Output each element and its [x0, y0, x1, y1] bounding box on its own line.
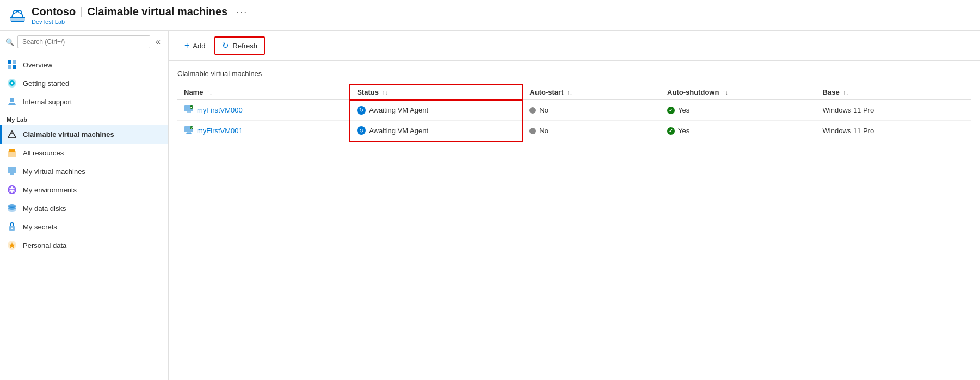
my-vms-icon: [7, 166, 17, 177]
vm-autoshutdown-1: Yes: [678, 127, 689, 135]
org-name: Contoso: [32, 5, 76, 18]
vm-status-cell-1: Awaiting VM Agent: [350, 121, 522, 141]
svg-rect-1: [8, 60, 11, 64]
sidebar-item-my-environments[interactable]: My environments: [0, 180, 168, 199]
sidebar-navigation: Overview Getting started Internal suppor…: [0, 53, 168, 380]
col-name[interactable]: Name ↑↓: [177, 85, 350, 100]
add-icon: +: [184, 41, 189, 51]
sidebar-collapse-button[interactable]: «: [153, 36, 163, 48]
refresh-button[interactable]: ↻ Refresh: [214, 36, 265, 55]
sidebar-search-area: 🔍 «: [0, 31, 168, 53]
vm-status-0: Awaiting VM Agent: [369, 106, 428, 114]
internal-support-icon: [7, 96, 17, 107]
svg-rect-12: [8, 167, 16, 173]
svg-rect-29: [186, 133, 192, 134]
name-sort-icon: ↑↓: [207, 90, 212, 96]
col-autoshutdown[interactable]: Auto-shutdown ↑↓: [661, 85, 816, 100]
search-input[interactable]: [17, 35, 150, 48]
vm-autoshutdown-cell-0: Yes: [661, 100, 816, 121]
sidebar-item-claimable-vms[interactable]: Claimable virtual machines: [0, 125, 168, 144]
all-resources-icon: [7, 147, 17, 158]
devtest-lab-icon: [9, 6, 26, 25]
vm-name-0: myFirstVM000: [197, 106, 243, 114]
vm-base-cell-0: Windows 11 Pro: [816, 100, 971, 121]
search-icon: 🔍: [5, 38, 14, 46]
my-environments-label: My environments: [23, 186, 77, 194]
svg-rect-4: [13, 65, 16, 69]
table-row: myFirstVM001 Awaiting VM Agent: [177, 121, 971, 141]
header-separator: |: [80, 5, 83, 18]
my-environments-icon: [7, 184, 17, 195]
vm-autostart-cell-1: No: [522, 121, 661, 141]
svg-point-8: [10, 98, 14, 102]
status-icon-0: [357, 106, 366, 115]
vm-icon-1: [184, 125, 194, 136]
toolbar: + Add ↻ Refresh: [169, 31, 980, 61]
all-resources-label: All resources: [23, 149, 64, 157]
personal-data-icon: [7, 240, 17, 251]
sidebar-item-my-secrets[interactable]: My secrets: [0, 217, 168, 236]
svg-rect-14: [9, 175, 15, 175]
app-header: Contoso | Claimable virtual machines ···…: [0, 0, 980, 31]
svg-point-7: [11, 82, 13, 84]
sidebar: 🔍 « Overview Getting started: [0, 31, 169, 380]
claimable-vms-icon: [7, 129, 17, 140]
my-data-disks-label: My data disks: [23, 204, 66, 213]
my-secrets-icon: [7, 221, 17, 232]
svg-rect-3: [8, 65, 11, 69]
my-vms-label: My virtual machines: [23, 167, 85, 176]
vm-status-1: Awaiting VM Agent: [369, 127, 428, 135]
vm-base-1: Windows 11 Pro: [823, 127, 874, 135]
header-subtitle: DevTest Lab: [32, 18, 248, 25]
status-sort-icon: ↑↓: [383, 90, 388, 96]
autostart-icon-1: [529, 128, 536, 134]
more-options-button[interactable]: ···: [236, 7, 248, 18]
vm-name-cell-1: myFirstVM001: [177, 121, 350, 141]
vm-icon-0: [184, 104, 194, 116]
autoshutdown-sort-icon: ↑↓: [723, 90, 728, 96]
sidebar-item-my-data-disks[interactable]: My data disks: [0, 199, 168, 217]
vm-status-cell-0: Awaiting VM Agent: [350, 100, 522, 121]
col-status[interactable]: Status ↑↓: [350, 85, 522, 100]
personal-data-label: Personal data: [23, 241, 66, 250]
vm-autoshutdown-0: Yes: [678, 106, 689, 114]
col-autostart[interactable]: Auto-start ↑↓: [522, 85, 661, 100]
sidebar-item-all-resources[interactable]: All resources: [0, 144, 168, 162]
sidebar-item-getting-started[interactable]: Getting started: [0, 74, 168, 92]
vm-name-1: myFirstVM001: [197, 127, 243, 135]
svg-rect-25: [186, 113, 192, 113]
svg-point-21: [11, 228, 13, 229]
overview-label: Overview: [23, 61, 52, 69]
internal-support-label: Internal support: [23, 98, 72, 106]
sidebar-item-internal-support[interactable]: Internal support: [0, 92, 168, 111]
content-area: + Add ↻ Refresh Claimable virtual machin…: [169, 31, 980, 380]
my-lab-section-label: My Lab: [0, 111, 168, 125]
vm-table: Name ↑↓ Status ↑↓ Auto-start ↑↓ Auto-s: [177, 84, 971, 142]
vm-autostart-1: No: [539, 127, 548, 135]
sidebar-item-personal-data[interactable]: Personal data: [0, 236, 168, 254]
svg-rect-11: [9, 149, 15, 152]
content-body: Claimable virtual machines Name ↑↓ Statu…: [169, 61, 980, 380]
autostart-sort-icon: ↑↓: [567, 90, 572, 96]
add-button[interactable]: + Add: [177, 37, 212, 54]
section-title: Claimable virtual machines: [177, 70, 971, 78]
getting-started-icon: [7, 78, 17, 89]
my-secrets-label: My secrets: [23, 223, 57, 231]
refresh-icon: ↻: [222, 41, 229, 51]
vm-base-cell-1: Windows 11 Pro: [816, 121, 971, 141]
status-icon-1: [357, 126, 366, 135]
header-title-group: Contoso | Claimable virtual machines ···…: [32, 5, 248, 25]
svg-rect-2: [13, 60, 16, 64]
vm-base-0: Windows 11 Pro: [823, 106, 874, 114]
sidebar-item-overview[interactable]: Overview: [0, 55, 168, 74]
add-label: Add: [193, 42, 205, 50]
page-title: Claimable virtual machines: [87, 5, 227, 18]
vm-name-cell-0: myFirstVM000: [177, 100, 350, 121]
vm-link-0[interactable]: myFirstVM000: [184, 104, 343, 116]
sidebar-item-my-vms[interactable]: My virtual machines: [0, 162, 168, 180]
col-base[interactable]: Base ↑↓: [816, 85, 971, 100]
my-data-disks-icon: [7, 203, 17, 214]
vm-link-1[interactable]: myFirstVM001: [184, 125, 343, 136]
vm-autostart-0: No: [539, 106, 548, 114]
vm-autoshutdown-cell-1: Yes: [661, 121, 816, 141]
